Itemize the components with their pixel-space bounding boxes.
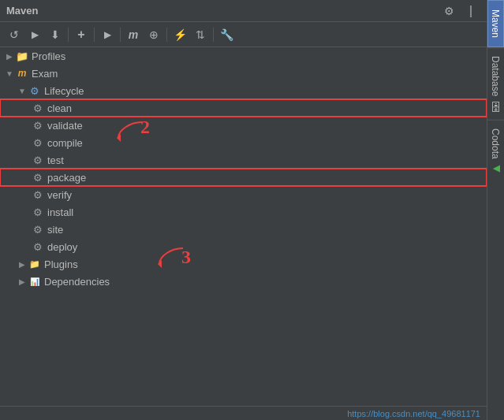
exam-label: Exam xyxy=(32,68,58,80)
run-maven-button[interactable]: ▶ xyxy=(25,25,44,44)
tree-row-compile[interactable]: ⚙ compile xyxy=(0,134,487,151)
package-gear-icon: ⚙ xyxy=(32,171,44,184)
skip-tests-button[interactable]: ⊕ xyxy=(144,25,163,44)
dependencies-arrow: ▶ xyxy=(16,275,28,288)
plugins-arrow: ▶ xyxy=(16,258,28,270)
pin-icon: | xyxy=(469,4,472,18)
status-url: https://blog.csdn.net/qq_49681171 xyxy=(347,409,480,418)
tree-row-profiles[interactable]: ▶ 📁 Profiles xyxy=(0,47,487,65)
status-bar: https://blog.csdn.net/qq_49681171 xyxy=(0,406,487,420)
exam-maven-icon: m xyxy=(16,67,28,80)
tree-row-plugins[interactable]: ▶ 📁 Plugins xyxy=(0,255,487,273)
separator-4 xyxy=(166,28,167,42)
add-icon: + xyxy=(77,28,84,42)
database-tab-label: Database xyxy=(491,56,502,96)
site-gear-icon: ⚙ xyxy=(32,223,44,236)
settings-button[interactable]: ⚙ xyxy=(439,2,458,20)
install-label: install xyxy=(47,206,73,218)
dependencies-icon: 📊 xyxy=(28,275,41,288)
deploy-gear-icon: ⚙ xyxy=(32,240,44,253)
panel-title: Maven xyxy=(6,5,38,17)
sidebar-item-database[interactable]: 🗄 Database xyxy=(487,47,504,120)
lightning-icon: ⚡ xyxy=(174,28,187,41)
settings-icon: ⚙ xyxy=(444,5,454,17)
tree-row-install[interactable]: ⚙ install xyxy=(0,203,487,221)
database-tab-icon: 🗄 xyxy=(490,101,502,112)
refresh-icon: ↺ xyxy=(9,28,19,41)
separator-3 xyxy=(120,28,121,42)
verify-gear-icon: ⚙ xyxy=(32,188,44,201)
tree-row-verify[interactable]: ⚙ verify xyxy=(0,186,487,203)
compile-label: compile xyxy=(47,137,83,149)
download-button[interactable]: ⬇ xyxy=(46,25,65,44)
package-label: package xyxy=(47,172,86,184)
execute-icon: ▶ xyxy=(104,29,111,40)
plugins-label: Plugins xyxy=(44,258,78,270)
tree-row-test[interactable]: ⚙ test xyxy=(0,151,487,169)
configure-icon: 🔧 xyxy=(220,28,233,41)
sidebar-item-codota[interactable]: ▶ Codota xyxy=(487,120,504,183)
clean-label: clean xyxy=(47,102,72,114)
execute-button[interactable]: ▶ xyxy=(98,25,117,44)
lightning-button[interactable]: ⚡ xyxy=(170,25,189,44)
maven-tab-label: Maven xyxy=(491,9,502,38)
verify-label: verify xyxy=(47,189,72,201)
tree-container: ▶ 📁 Profiles ▼ m Exam ▼ ⚙ Lifecycle xyxy=(0,47,487,290)
maven-m-icon: m xyxy=(129,28,138,41)
toggle-offline-icon: ⇅ xyxy=(196,28,205,41)
add-button[interactable]: + xyxy=(72,25,91,44)
profiles-arrow: ▶ xyxy=(3,50,16,62)
tree-row-exam[interactable]: ▼ m Exam xyxy=(0,65,487,82)
skip-tests-icon: ⊕ xyxy=(149,28,159,41)
dependencies-label: Dependencies xyxy=(44,276,110,288)
tree-row-lifecycle[interactable]: ▼ ⚙ Lifecycle xyxy=(0,82,487,99)
separator-2 xyxy=(94,28,95,42)
maven-settings-button[interactable]: m xyxy=(124,25,143,44)
tree-row-site[interactable]: ⚙ site xyxy=(0,221,487,238)
toolbar: ↺ ▶ ⬇ + ▶ m ⊕ ⚡ ⇅ 🔧 xyxy=(0,22,487,47)
separator-1 xyxy=(68,28,69,42)
title-bar-left: Maven xyxy=(6,5,38,17)
tree-row-validate[interactable]: ⚙ validate xyxy=(0,117,487,134)
profiles-folder-icon: 📁 xyxy=(16,50,28,62)
download-icon: ⬇ xyxy=(50,28,60,41)
deploy-label: deploy xyxy=(47,241,77,253)
clean-gear-icon: ⚙ xyxy=(32,102,44,114)
pin-button[interactable]: | xyxy=(461,2,480,20)
toggle-offline-button[interactable]: ⇅ xyxy=(191,25,210,44)
run-maven-icon: ▶ xyxy=(32,29,39,40)
codota-tab-icon: ▶ xyxy=(491,164,502,175)
test-gear-icon: ⚙ xyxy=(32,154,44,166)
validate-gear-icon: ⚙ xyxy=(32,119,44,132)
profiles-label: Profiles xyxy=(32,50,65,62)
site-label: site xyxy=(47,224,63,236)
separator-5 xyxy=(213,28,214,42)
title-bar-right: ⚙ | xyxy=(439,2,480,20)
install-gear-icon: ⚙ xyxy=(32,206,44,218)
compile-gear-icon: ⚙ xyxy=(32,136,44,149)
tree-row-clean[interactable]: ⚙ clean xyxy=(0,99,487,117)
side-tabs: Maven 🗄 Database ▶ Codota xyxy=(487,0,504,420)
lifecycle-icon: ⚙ xyxy=(28,84,41,97)
lifecycle-arrow: ▼ xyxy=(16,84,28,97)
sidebar-item-maven[interactable]: Maven xyxy=(487,0,504,47)
maven-panel: Maven ⚙ | ↺ ▶ ⬇ + ▶ m xyxy=(0,0,487,420)
exam-arrow: ▼ xyxy=(3,67,16,80)
test-label: test xyxy=(47,154,64,166)
tree-row-dependencies[interactable]: ▶ 📊 Dependencies xyxy=(0,273,487,290)
tree-area: ▶ 📁 Profiles ▼ m Exam ▼ ⚙ Lifecycle xyxy=(0,47,487,406)
configure-button[interactable]: 🔧 xyxy=(217,25,236,44)
tree-row-deploy[interactable]: ⚙ deploy xyxy=(0,238,487,255)
codota-tab-label: Codota xyxy=(491,128,502,159)
validate-label: validate xyxy=(47,120,83,132)
refresh-button[interactable]: ↺ xyxy=(5,25,24,44)
tree-row-package[interactable]: ⚙ package xyxy=(0,169,487,186)
plugins-folder-icon: 📁 xyxy=(28,258,41,270)
lifecycle-label: Lifecycle xyxy=(44,85,84,97)
title-bar: Maven ⚙ | xyxy=(0,0,487,22)
